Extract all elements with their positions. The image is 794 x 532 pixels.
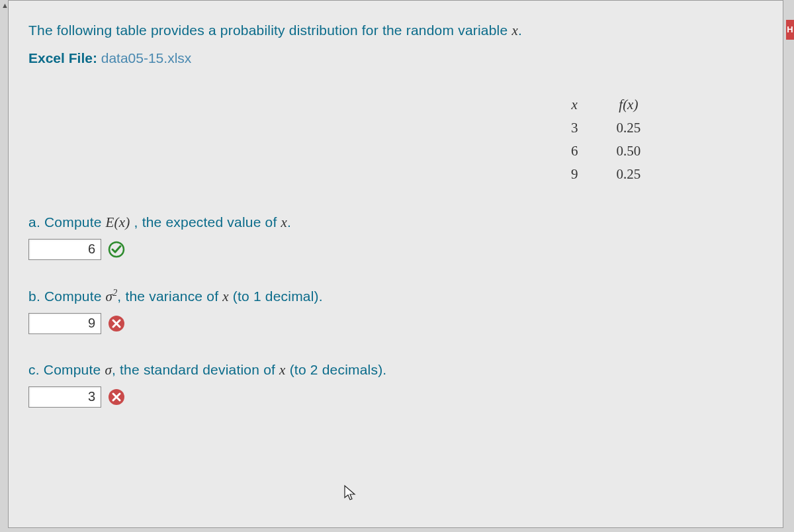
qb-suffix: , the variance of <box>117 288 222 304</box>
qc-suffix: , the standard deviation of <box>112 362 279 377</box>
qc-var: x <box>279 362 286 378</box>
cell-fx-2: 0.25 <box>598 163 660 185</box>
file-label: Excel File: <box>28 50 101 66</box>
cell-x-1: 6 <box>552 140 597 162</box>
check-icon <box>108 241 125 258</box>
qb-var: x <box>222 288 229 304</box>
question-frame: The following table provides a probabili… <box>8 0 783 528</box>
question-a: a. Compute E(x) , the expected value of … <box>28 214 760 231</box>
question-c: c. Compute σ, the standard deviation of … <box>28 362 760 378</box>
answer-input-b[interactable] <box>28 313 101 334</box>
qa-var: x <box>281 214 288 230</box>
qb-paren: (to 1 decimal). <box>229 288 323 304</box>
qa-prefix: a. Compute <box>28 214 106 230</box>
table-header-fx: f(x) <box>598 94 660 116</box>
file-line: Excel File: data05-15.xlsx <box>28 50 760 66</box>
excel-file-link[interactable]: data05-15.xlsx <box>101 50 192 66</box>
answer-input-a[interactable] <box>28 239 101 260</box>
qc-paren: (to 2 decimals). <box>286 362 387 377</box>
answer-row-b <box>28 313 760 334</box>
probability-distribution-table: x f(x) 3 0.25 6 0.50 9 0.25 <box>551 93 660 187</box>
table-row: 6 0.50 <box>552 140 659 162</box>
cell-fx-1: 0.50 <box>598 140 660 162</box>
qb-prefix: b. Compute <box>28 288 106 304</box>
intro-main: The following table provides a probabili… <box>28 22 511 38</box>
qa-period: . <box>287 214 291 230</box>
answer-input-c[interactable] <box>28 386 101 408</box>
table-row: 9 0.25 <box>552 163 659 185</box>
answer-row-c <box>28 386 760 408</box>
answer-row-a <box>28 239 760 260</box>
table-header-x: x <box>552 94 597 116</box>
intro-period: . <box>518 22 522 38</box>
right-side-tab[interactable]: H <box>786 20 794 40</box>
intro-text: The following table provides a probabili… <box>28 19 760 42</box>
cell-x-2: 9 <box>552 163 597 185</box>
x-icon <box>108 388 125 406</box>
intro-var: x <box>511 22 518 38</box>
cell-fx-0: 0.25 <box>598 117 660 139</box>
qb-sigma: σ <box>106 288 113 304</box>
cell-x-0: 3 <box>552 117 597 139</box>
qa-suffix: , the expected value of <box>130 214 281 230</box>
qc-prefix: c. Compute <box>28 362 105 377</box>
x-icon <box>108 315 125 332</box>
question-b: b. Compute σ2, the variance of x (to 1 d… <box>28 288 760 305</box>
qa-expr: E(x) <box>106 214 130 230</box>
qc-sigma: σ <box>105 362 112 378</box>
table-row: 3 0.25 <box>552 117 659 139</box>
